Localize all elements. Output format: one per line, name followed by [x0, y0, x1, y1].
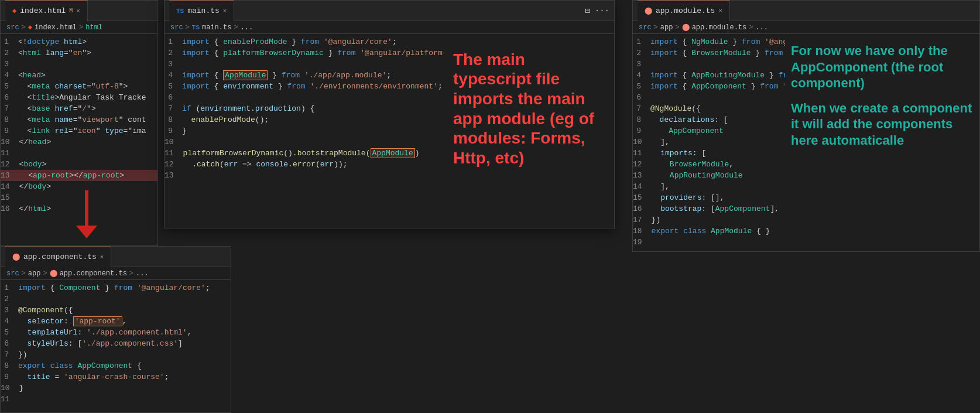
tab-modified-indicator: M	[69, 8, 73, 14]
ac-line-8: 8export class AppComponent {	[1, 360, 231, 371]
am-line-9: 9 AppComponent	[633, 125, 785, 136]
am-line-19: 19	[633, 237, 785, 248]
mt-line-3: 3	[165, 59, 444, 70]
index-html-breadcrumb: src > ◆ index.html > html	[1, 21, 157, 34]
ac-line-9: 9 title = 'angular-crash-course';	[1, 371, 231, 383]
arrow-down-indicator	[76, 190, 97, 238]
mt-line-6: 6	[165, 92, 444, 103]
index-html-code: 1<!doctype html> 2<html lang="en"> 3 4<h…	[1, 34, 157, 217]
ac-line-4: 4 selector: 'app-root',	[1, 316, 231, 327]
code-line-4: 4<head>	[1, 70, 157, 81]
code-line-5: 5 <meta charset="utf-8">	[1, 81, 157, 92]
mt-line-11: 11platformBrowserDynamic().bootstrapModu…	[165, 148, 444, 159]
am-line-11: 11 imports: [	[633, 148, 785, 159]
code-line-8: 8 <meta name="viewport" cont	[1, 114, 157, 125]
mt-line-2: 2import { platformBrowserDynamic } from …	[165, 47, 444, 59]
app-component-ts-panel: ⬤ app.component.ts × src > app > ⬤ app.c…	[0, 246, 231, 413]
app-component-ts-breadcrumb: src > app > ⬤ app.component.ts > ...	[1, 267, 231, 280]
app-module-ts-code: 1import { NgModule } from '@angular/core…	[633, 34, 785, 250]
main-ts-panel: TS main.ts × ⊟ ··· src > TS main.ts > ..…	[164, 0, 615, 228]
mt-line-1: 1import { enableProdMode } from '@angula…	[165, 36, 444, 47]
ts-icon-main: TS	[176, 8, 184, 15]
ac-line-5: 5 templateUrl: './app.component.html',	[1, 327, 231, 338]
app-component-ts-tab-bar: ⬤ app.component.ts ×	[1, 247, 231, 267]
am-line-6: 6	[633, 92, 785, 103]
app-component-ts-code: 1import { Component } from '@angular/cor…	[1, 280, 231, 407]
code-line-13: 13 <app-root></app-root>	[1, 170, 157, 181]
more-actions-icon[interactable]: ···	[595, 6, 609, 16]
app-module-ts-tab[interactable]: ⬤ app.module.ts ×	[638, 1, 730, 21]
mt-line-12: 12 .catch(err => console.error(err));	[165, 159, 444, 170]
am-line-2: 2import { BrowserModule } from '@angular…	[633, 47, 785, 59]
app-component-ts-tab[interactable]: ⬤ app.component.ts ×	[5, 247, 111, 267]
code-line-7: 7 <base href="/">	[1, 103, 157, 114]
breadcrumb-text: src	[6, 23, 19, 32]
code-line-3: 3	[1, 59, 157, 70]
main-ts-breadcrumb: src > TS main.ts > ...	[165, 21, 614, 34]
am-line-7: 7@NgModule({	[633, 103, 785, 114]
app-module-ts-panel: ⬤ app.module.ts × src > app > ⬤ app.modu…	[632, 0, 980, 252]
main-ts-tab[interactable]: TS main.ts ×	[169, 1, 234, 21]
app-module-ts-tab-close[interactable]: ×	[718, 8, 722, 15]
ac-line-3: 3@Component({	[1, 305, 231, 316]
am-line-10: 10 ],	[633, 136, 785, 148]
ac-line-7: 7})	[1, 349, 231, 360]
mt-line-7: 7if (environment.production) {	[165, 103, 444, 114]
code-line-9: 9 <link rel="icon" type="ima	[1, 125, 157, 136]
am-line-17: 17})	[633, 214, 785, 226]
main-ts-tab-bar: TS main.ts × ⊟ ···	[165, 1, 614, 21]
am-line-13: 13 AppRoutingModule	[633, 170, 785, 181]
code-line-6: 6 <title>Angular Task Tracke	[1, 92, 157, 103]
am-line-16: 16 bootstrap: [AppComponent],	[633, 203, 785, 214]
index-html-tab-label: index.html	[20, 6, 66, 15]
app-module-ts-annotation-text: For now we have only the AppComponent (t…	[791, 43, 972, 91]
ac-line-6: 6 styleUrls: ['./app.component.css']	[1, 338, 231, 349]
ac-line-11: 11	[1, 394, 231, 405]
html-icon: ◆	[12, 6, 16, 15]
ac-line-10: 10}	[1, 383, 231, 394]
main-ts-annotation-text: The main typescript file imports the mai…	[453, 50, 605, 168]
mt-line-9: 9}	[165, 125, 444, 136]
am-line-15: 15 providers: [],	[633, 192, 785, 203]
am-line-8: 8 declarations: [	[633, 114, 785, 125]
am-line-18: 18export class AppModule { }	[633, 226, 785, 237]
app-module-ts-annotation-text2: When we create a component it will add t…	[791, 100, 972, 149]
mt-line-4: 4import { AppModule } from './app/app.mo…	[165, 70, 444, 81]
code-line-10: 10</head>	[1, 136, 157, 148]
index-html-tab[interactable]: ◆ index.html M ×	[5, 1, 88, 21]
app-component-ts-tab-label: app.component.ts	[23, 252, 97, 261]
code-line-12: 12<body>	[1, 159, 157, 170]
mt-line-5: 5import { environment } from './environm…	[165, 81, 444, 92]
main-ts-content: 1import { enableProdMode } from '@angula…	[165, 34, 614, 183]
index-html-tab-close[interactable]: ×	[76, 8, 80, 15]
am-line-5: 5import { AppComponent } from './app.com…	[633, 81, 785, 92]
am-line-1: 1import { NgModule } from '@angular/core…	[633, 36, 785, 47]
main-ts-tab-close[interactable]: ×	[223, 8, 227, 15]
main-ts-toolbar: ⊟ ···	[585, 6, 609, 16]
app-module-ts-tab-bar: ⬤ app.module.ts ×	[633, 1, 979, 21]
ac-line-2: 2	[1, 293, 231, 305]
breadcrumb-scope: html	[85, 23, 102, 32]
code-line-11: 11	[1, 148, 157, 159]
app-module-ts-breadcrumb: src > app > ⬤ app.module.ts > ...	[633, 21, 979, 34]
breadcrumb-file-icon: ◆	[28, 23, 32, 32]
mt-line-13: 13	[165, 170, 444, 181]
ac-line-1: 1import { Component } from '@angular/cor…	[1, 282, 231, 293]
main-ts-annotation: The main typescript file imports the mai…	[444, 34, 614, 183]
code-line-1: 1<!doctype html>	[1, 36, 157, 47]
am-line-3: 3	[633, 59, 785, 70]
main-ts-code: 1import { enableProdMode } from '@angula…	[165, 34, 444, 183]
am-line-12: 12 BrowserModule,	[633, 159, 785, 170]
breadcrumb-file: index.html	[35, 23, 77, 32]
code-line-2: 2<html lang="en">	[1, 47, 157, 59]
index-html-tab-bar: ◆ index.html M ×	[1, 1, 157, 21]
am-line-14: 14 ],	[633, 181, 785, 192]
mt-line-8: 8 enableProdMode();	[165, 114, 444, 125]
split-editor-icon[interactable]: ⊟	[585, 6, 590, 16]
app-component-ts-tab-close[interactable]: ×	[100, 254, 104, 261]
mt-line-10: 10	[165, 136, 444, 148]
app-module-ts-content: 1import { NgModule } from '@angular/core…	[633, 34, 979, 250]
main-ts-tab-label: main.ts	[187, 6, 220, 15]
ts-error-icon: ⬤	[12, 252, 20, 261]
app-module-ts-error-icon: ⬤	[645, 6, 652, 15]
